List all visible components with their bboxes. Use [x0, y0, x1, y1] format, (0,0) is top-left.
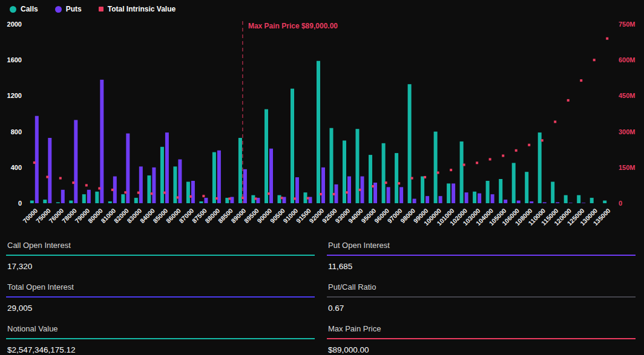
calls-bar — [56, 203, 60, 204]
intrinsic-value-point — [202, 195, 205, 197]
legend-item-puts[interactable]: Puts — [55, 5, 82, 13]
calls-bar — [212, 152, 216, 203]
intrinsic-value-point — [176, 197, 179, 199]
puts-bar — [387, 187, 390, 203]
intrinsic-value-point — [580, 79, 582, 82]
calls-bar — [186, 182, 190, 204]
legend-item-calls[interactable]: Calls — [10, 5, 38, 13]
intrinsic-value-point — [46, 176, 48, 178]
calls-bar — [147, 175, 151, 203]
right-axis-tick: 600M — [619, 56, 636, 64]
intrinsic-value-point — [33, 161, 36, 164]
intrinsic-value-point — [567, 99, 570, 102]
puts-bar — [452, 183, 455, 203]
total-intrinsic-value-marker-icon — [99, 7, 104, 11]
intrinsic-value-point — [85, 184, 88, 186]
puts-bar — [100, 80, 104, 203]
puts-bar — [556, 203, 559, 204]
intrinsic-value-point — [385, 181, 387, 184]
stat-label: Total Open Interest — [6, 278, 315, 296]
calls-bar — [343, 140, 346, 203]
puts-bar — [152, 168, 156, 203]
calls-marker-icon — [10, 6, 16, 13]
intrinsic-value-point — [359, 189, 361, 191]
left-axis-tick: 0 — [18, 200, 22, 207]
calls-bar — [30, 201, 34, 203]
calls-bar — [199, 201, 203, 203]
intrinsic-value-point — [372, 185, 374, 187]
intrinsic-value-point — [294, 198, 296, 200]
puts-bar — [399, 187, 403, 203]
intrinsic-value-point — [346, 191, 348, 194]
stat-card-call-open-interest: Call Open Interest17,320 — [6, 236, 315, 278]
calls-bar — [369, 155, 372, 203]
intrinsic-value-point — [215, 197, 218, 200]
intrinsic-value-point — [281, 197, 283, 199]
intrinsic-value-point — [59, 177, 62, 180]
calls-bar — [421, 177, 424, 203]
stat-card-max-pain-price: Max Pain Price$89,000.00 — [327, 319, 636, 355]
stat-label: Put Open Interest — [327, 236, 636, 255]
intrinsic-value-point — [268, 192, 270, 195]
stat-value: 11,685 — [327, 256, 636, 278]
calls-bar — [43, 200, 47, 203]
puts-bar — [35, 116, 39, 203]
legend-label: Total Intrinsic Value — [108, 5, 176, 13]
calls-bar — [238, 138, 242, 203]
calls-bar — [408, 84, 412, 203]
intrinsic-value-point — [124, 191, 126, 194]
intrinsic-value-point — [150, 192, 153, 195]
intrinsic-value-point — [463, 164, 465, 166]
intrinsic-value-point — [189, 195, 192, 198]
calls-bar — [134, 198, 138, 203]
stat-label: Call Open Interest — [6, 236, 315, 255]
legend-item-total-intrinsic-value[interactable]: Total Intrinsic Value — [99, 5, 176, 13]
puts-bar — [139, 166, 143, 203]
calls-bar — [69, 201, 73, 203]
puts-bar — [48, 138, 51, 203]
intrinsic-value-point — [606, 37, 608, 40]
stat-value: 0.67 — [327, 298, 636, 319]
calls-bar — [577, 195, 580, 203]
stats-grid: Call Open Interest17,320Put Open Interes… — [0, 233, 644, 355]
left-axis-tick: 2000 — [7, 21, 22, 28]
intrinsic-value-point — [528, 144, 530, 146]
intrinsic-value-point — [437, 172, 439, 174]
puts-bar — [347, 177, 351, 203]
intrinsic-value-point — [72, 181, 74, 184]
intrinsic-value-point — [228, 198, 231, 200]
right-axis-tick: 750M — [619, 21, 636, 28]
puts-bar — [439, 196, 442, 203]
stat-value: $2,547,346,175.12 — [6, 339, 315, 355]
calls-bar — [278, 195, 281, 203]
puts-bar — [191, 181, 195, 203]
calls-bar — [486, 181, 490, 203]
calls-bar — [460, 142, 464, 203]
calls-bar — [551, 182, 554, 204]
stat-card-put-open-interest: Put Open Interest11,685 — [327, 236, 636, 278]
right-axis-tick: 0 — [619, 200, 622, 207]
puts-bar — [269, 149, 273, 203]
intrinsic-value-point — [333, 193, 335, 195]
left-axis-tick: 400 — [11, 164, 22, 171]
calls-bar — [434, 132, 438, 203]
puts-bar — [321, 168, 325, 203]
intrinsic-value-point — [111, 189, 114, 191]
calls-bar — [160, 147, 164, 203]
stat-label: Notional Value — [6, 319, 315, 338]
puts-bar — [465, 192, 468, 203]
stat-card-put-call-ratio: Put/Call Ratio0.67 — [327, 278, 636, 319]
puts-bar — [413, 199, 416, 203]
calls-bar — [447, 183, 450, 203]
puts-bar — [74, 120, 77, 203]
calls-bar — [525, 172, 528, 203]
stat-label: Put/Call Ratio — [327, 278, 636, 296]
puts-bar — [87, 190, 91, 203]
options-chart[interactable]: 04008001200160020000150M300M450M600M750M… — [0, 0, 644, 233]
calls-bar — [395, 153, 398, 203]
puts-bar — [543, 203, 547, 204]
calls-bar — [590, 198, 594, 203]
stat-label: Max Pain Price — [327, 319, 636, 338]
left-axis-tick: 800 — [11, 128, 22, 135]
stat-value: 17,320 — [6, 256, 315, 278]
